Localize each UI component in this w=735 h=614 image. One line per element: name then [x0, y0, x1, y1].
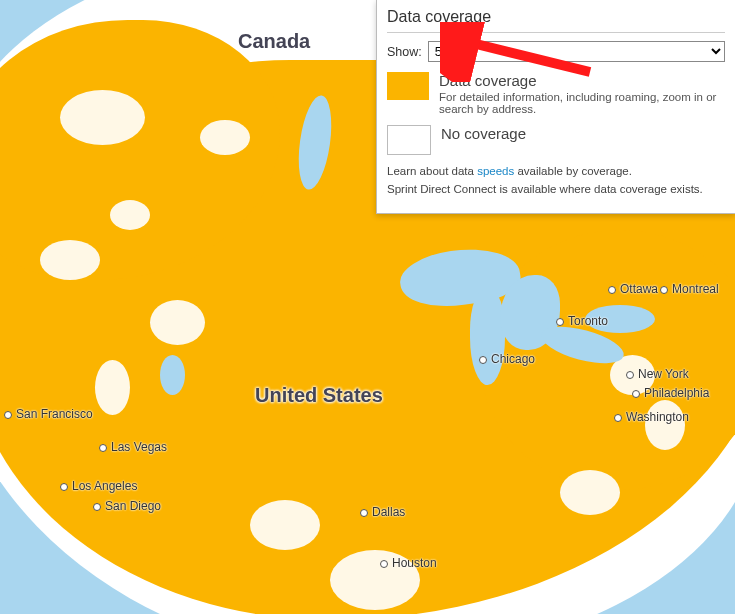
city-ottawa: Ottawa	[608, 282, 658, 296]
coverage-gap	[60, 90, 145, 145]
coverage-gap	[645, 400, 685, 450]
speeds-link[interactable]: speeds	[477, 165, 514, 177]
coverage-gap	[95, 360, 130, 415]
coverage-panel: Data coverage Show: 5G Data coverage For…	[376, 0, 735, 214]
coverage-gap	[150, 300, 205, 345]
learn-prefix: Learn about data	[387, 165, 477, 177]
city-toronto: Toronto	[556, 314, 608, 328]
swatch-no-coverage	[387, 125, 431, 155]
city-chicago: Chicago	[479, 352, 535, 366]
city-new-york: New York	[626, 367, 689, 381]
city-dallas: Dallas	[360, 505, 405, 519]
coverage-gap	[40, 240, 100, 280]
show-label: Show:	[387, 45, 422, 59]
coverage-gap	[110, 200, 150, 230]
city-montreal: Montreal	[660, 282, 719, 296]
panel-footer: Sprint Direct Connect is available where…	[387, 183, 725, 195]
learn-line: Learn about data speeds available by cov…	[387, 165, 725, 177]
city-washington: Washington	[614, 410, 689, 424]
lake	[160, 355, 185, 395]
coverage-type-select[interactable]: 5G	[428, 41, 725, 62]
learn-suffix: available by coverage.	[514, 165, 632, 177]
city-san-francisco: San Francisco	[4, 407, 93, 421]
city-philadelphia: Philadelphia	[632, 386, 709, 400]
legend-no-coverage: No coverage	[387, 125, 725, 155]
coverage-gap	[200, 120, 250, 155]
legend-coverage: Data coverage For detailed information, …	[387, 72, 725, 115]
city-houston: Houston	[380, 556, 437, 570]
swatch-coverage	[387, 72, 429, 100]
legend-nocoverage-title: No coverage	[441, 125, 526, 142]
coverage-gap	[560, 470, 620, 515]
coverage-gap	[250, 500, 320, 550]
show-row: Show: 5G	[387, 41, 725, 62]
city-san-diego: San Diego	[93, 499, 161, 513]
legend-coverage-title: Data coverage	[439, 72, 725, 89]
lake	[470, 290, 505, 385]
city-los-angeles: Los Angeles	[60, 479, 137, 493]
panel-title: Data coverage	[387, 6, 725, 33]
city-las-vegas: Las Vegas	[99, 440, 167, 454]
legend-coverage-sub: For detailed information, including roam…	[439, 91, 725, 115]
